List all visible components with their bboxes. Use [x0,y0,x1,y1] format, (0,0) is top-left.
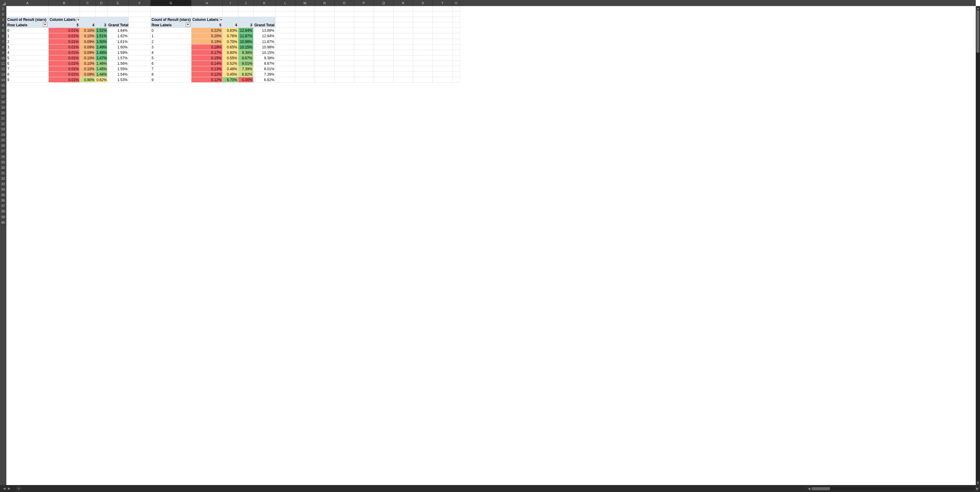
row-header-2[interactable]: 2 [0,11,6,17]
row-header-35[interactable]: 35 [0,192,6,197]
row-header-10[interactable]: 10 [0,56,6,61]
row-header-18[interactable]: 18 [0,99,6,105]
row-header-31[interactable]: 31 [0,170,6,176]
row-header-8[interactable]: 8 [0,45,6,50]
row-header-33[interactable]: 33 [0,181,6,187]
column-header-E[interactable]: E [107,0,129,6]
row-header-40[interactable]: 40 [0,220,6,225]
row-header-32[interactable]: 32 [0,176,6,181]
pivot2-column-labels-filter-icon[interactable] [219,18,223,22]
row-header-17[interactable]: 17 [0,94,6,99]
column-header-P[interactable]: P [354,0,374,6]
tab-nav-buttons: ◀ ▶ [0,487,13,490]
row-header-37[interactable]: 37 [0,203,6,209]
vertical-scrollbar[interactable]: ▲ ▼ [976,6,980,485]
row-headers[interactable]: 1234567891011121314151617181920212223242… [0,6,6,485]
row-header-4[interactable]: 4 [0,22,6,28]
column-header-B[interactable]: B [49,0,80,6]
column-header-F[interactable]: F [129,0,151,6]
horizontal-scroll-track[interactable] [812,487,975,490]
sheet-tab-bar: ◀ ▶ + ⋮ ◀ ▶ [0,485,980,492]
column-header-G[interactable]: G [151,0,191,6]
row-header-7[interactable]: 7 [0,39,6,45]
column-header-Q[interactable]: Q [374,0,393,6]
column-headers[interactable]: ABCDEFGHIJKLMNOPQRSTU [6,0,976,6]
horizontal-scroll-thumb[interactable] [812,487,830,490]
row-header-13[interactable]: 13 [0,72,6,77]
row-header-23[interactable]: 23 [0,126,6,132]
row-header-5[interactable]: 5 [0,28,6,33]
column-header-C[interactable]: C [80,0,95,6]
row-header-36[interactable]: 36 [0,197,6,203]
column-header-U[interactable]: U [452,0,460,6]
tab-split-grip[interactable]: ⋮ [801,487,807,491]
pivot2-row-labels-filter-icon[interactable] [186,22,190,27]
row-header-19[interactable]: 19 [0,105,6,110]
tab-nav-prev[interactable]: ◀ [2,487,6,490]
vertical-scroll-thumb[interactable] [976,10,979,53]
column-header-H[interactable]: H [191,0,223,6]
row-header-9[interactable]: 9 [0,50,6,56]
tab-nav-next[interactable]: ▶ [7,487,11,490]
column-header-T[interactable]: T [433,0,452,6]
scroll-up-button[interactable]: ▲ [976,6,980,10]
row-header-22[interactable]: 22 [0,121,6,126]
column-header-S[interactable]: S [413,0,433,6]
scroll-right-button[interactable]: ▶ [975,487,979,491]
scroll-left-button[interactable]: ◀ [807,487,811,491]
select-all-corner[interactable] [0,0,6,6]
row-header-14[interactable]: 14 [0,77,6,83]
row-header-20[interactable]: 20 [0,110,6,116]
row-header-24[interactable]: 24 [0,132,6,137]
row-header-16[interactable]: 16 [0,88,6,94]
row-header-29[interactable]: 29 [0,159,6,165]
column-header-N[interactable]: N [315,0,334,6]
pivot1-column-labels-filter-icon[interactable] [76,18,80,22]
column-header-M[interactable]: M [295,0,315,6]
column-header-A[interactable]: A [6,0,49,6]
row-header-26[interactable]: 26 [0,143,6,148]
row-header-28[interactable]: 28 [0,154,6,159]
scroll-down-button[interactable]: ▼ [976,481,980,485]
row-header-21[interactable]: 21 [0,116,6,121]
row-header-12[interactable]: 12 [0,66,6,72]
column-header-L[interactable]: L [275,0,295,6]
horizontal-scrollbar[interactable]: ⋮ ◀ ▶ [801,486,979,492]
row-header-34[interactable]: 34 [0,187,6,192]
row-header-25[interactable]: 25 [0,137,6,143]
column-header-I[interactable]: I [223,0,239,6]
grid-area[interactable]: Count of Result (stars)Column LabelsCoun… [6,6,976,485]
spreadsheet-container: ABCDEFGHIJKLMNOPQRSTU 123456789101112131… [0,0,980,485]
row-header-1[interactable]: 1 [0,6,6,11]
row-header-27[interactable]: 27 [0,148,6,154]
row-header-15[interactable]: 15 [0,83,6,88]
column-header-J[interactable]: J [239,0,253,6]
row-header-6[interactable]: 6 [0,33,6,39]
pivot1-row-labels-filter-icon[interactable] [43,22,48,27]
row-header-3[interactable]: 3 [0,17,6,22]
column-header-K[interactable]: K [253,0,275,6]
column-header-R[interactable]: R [393,0,413,6]
column-header-O[interactable]: O [334,0,354,6]
column-header-D[interactable]: D [95,0,107,6]
row-header-11[interactable]: 11 [0,61,6,66]
row-header-30[interactable]: 30 [0,165,6,170]
add-sheet-button[interactable]: + [16,486,21,491]
row-header-39[interactable]: 39 [0,214,6,220]
row-header-38[interactable]: 38 [0,209,6,214]
